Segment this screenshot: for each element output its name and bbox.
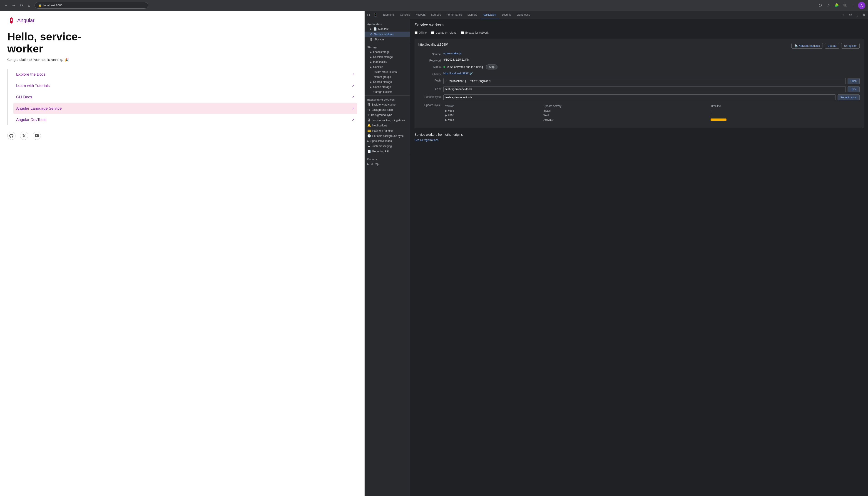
sw-source-label: Source bbox=[418, 52, 443, 56]
tab-lighthouse[interactable]: Lighthouse bbox=[514, 11, 533, 19]
table-row: ▶ #365 Install bbox=[443, 109, 859, 113]
sidebar-item-shared-storage[interactable]: ▶ Shared storage bbox=[365, 79, 410, 84]
reload-button[interactable]: ↻ bbox=[18, 2, 25, 9]
row-expand-1[interactable]: ▶ bbox=[445, 114, 447, 117]
frame-expand-icon: ▶ bbox=[367, 163, 369, 165]
sidebar-item-service-workers[interactable]: ⚙ Service workers bbox=[365, 32, 410, 37]
sidebar-item-push-messaging[interactable]: ☁ Push messaging bbox=[365, 143, 410, 149]
tab-sources[interactable]: Sources bbox=[428, 11, 444, 19]
sync-button[interactable]: Sync bbox=[848, 86, 859, 92]
back-forward-icon: 🗄 bbox=[367, 103, 370, 106]
inspect-icon[interactable]: ⊡ bbox=[366, 12, 372, 18]
tab-performance[interactable]: Performance bbox=[444, 11, 465, 19]
forward-button[interactable]: → bbox=[11, 2, 17, 9]
periodic-sync-button[interactable]: Periodic sync bbox=[838, 94, 859, 100]
sidebar-item-storage-buckets[interactable]: Storage buckets bbox=[365, 90, 410, 94]
sidebar-item-session-storage[interactable]: ▶ Session storage bbox=[365, 55, 410, 60]
offline-checkbox-label[interactable]: Offline bbox=[415, 31, 427, 34]
sidebar-item-notifications[interactable]: 🔔 Notifications bbox=[365, 123, 410, 128]
periodic-sync-input[interactable] bbox=[443, 94, 836, 100]
expand-icon-cookies: ▶ bbox=[370, 66, 372, 68]
sidebar-item-cache-storage[interactable]: ▶ Cache storage bbox=[365, 84, 410, 90]
sw-status-value: #365 activated and is running Stop bbox=[443, 64, 859, 69]
nav-link-explore-docs[interactable]: Explore the Docs ↗ bbox=[13, 69, 357, 80]
tab-network[interactable]: Network bbox=[413, 11, 428, 19]
sw-client-link[interactable]: http://localhost:8080/ 🔗 bbox=[443, 72, 473, 75]
sidebar-item-manifest[interactable]: ▶ 📄 Manifest bbox=[365, 26, 410, 32]
tab-security[interactable]: Security bbox=[499, 11, 514, 19]
bg-fetch-icon: ↑↓ bbox=[367, 108, 370, 111]
network-requests-button[interactable]: 📡 Network requests bbox=[791, 43, 823, 49]
youtube-button[interactable] bbox=[33, 131, 41, 140]
angular-logo: Angular bbox=[7, 16, 34, 25]
expand-icon-manifest: ▶ bbox=[370, 28, 372, 30]
sidebar-item-reporting-api[interactable]: 📄 Reporting API bbox=[365, 149, 410, 154]
sidebar-item-storage[interactable]: 🗄 Storage bbox=[365, 37, 410, 42]
back-button[interactable]: ← bbox=[3, 2, 9, 9]
bypass-network-checkbox[interactable] bbox=[461, 31, 464, 34]
push-input[interactable] bbox=[443, 78, 846, 84]
bypass-network-checkbox-label[interactable]: Bypass for network bbox=[461, 31, 488, 34]
sidebar-item-back-forward[interactable]: 🗄 Back/forward cache bbox=[365, 102, 410, 107]
reporting-icon: 📄 bbox=[367, 150, 371, 153]
nav-link-cli-docs[interactable]: CLI Docs ↗ bbox=[13, 92, 357, 103]
see-all-registrations-link[interactable]: See all registrations bbox=[415, 138, 438, 142]
close-devtools-icon[interactable]: ✕ bbox=[861, 12, 867, 18]
sidebar-item-interest-groups[interactable]: Interest groups bbox=[365, 75, 410, 79]
sidebar-divider-3 bbox=[365, 155, 410, 155]
sidebar-item-payment-handler[interactable]: 💳 Payment handler bbox=[365, 128, 410, 133]
update-on-reload-checkbox-label[interactable]: Update on reload bbox=[431, 31, 456, 34]
tab-application[interactable]: Application bbox=[480, 11, 499, 19]
bookmark-button[interactable]: ☆ bbox=[825, 2, 832, 9]
sw-update-cycle-field: Update Cycle Version Update Activity Tim… bbox=[418, 103, 859, 122]
address-bar[interactable]: 🔒 localhost:8080 bbox=[34, 2, 148, 9]
x-twitter-button[interactable] bbox=[20, 131, 28, 140]
update-on-reload-checkbox[interactable] bbox=[431, 31, 434, 34]
sync-input[interactable] bbox=[443, 86, 846, 92]
nav-link-language-service[interactable]: Angular Language Service ↗ bbox=[13, 103, 357, 114]
nav-link-tutorials[interactable]: Learn with Tutorials ↗ bbox=[13, 80, 357, 91]
more-button[interactable]: ⋮ bbox=[850, 2, 856, 9]
table-row: ▶ #365 Activate bbox=[443, 118, 859, 122]
nav-link-devtools[interactable]: Angular DevTools ↗ bbox=[13, 114, 357, 125]
sidebar-item-bounce-tracking[interactable]: 🗄 Bounce tracking mitigations bbox=[365, 118, 410, 123]
more-options-icon[interactable]: ⋮ bbox=[854, 12, 860, 18]
tab-console[interactable]: Console bbox=[397, 11, 413, 19]
external-link-icon-2: ↗ bbox=[352, 95, 354, 99]
stop-button[interactable]: Stop bbox=[486, 64, 498, 69]
payment-icon: 💳 bbox=[367, 129, 371, 132]
extension-button[interactable]: 🧩 bbox=[834, 2, 840, 9]
sidebar-item-bg-fetch[interactable]: ↑↓ Background fetch bbox=[365, 107, 410, 112]
chevron-more-icon[interactable]: » bbox=[840, 12, 847, 18]
sw-worker-url: http://localhost:8080/ bbox=[418, 43, 448, 46]
home-button[interactable]: ⌂ bbox=[26, 2, 32, 9]
profile-button[interactable]: A bbox=[858, 2, 865, 9]
sidebar-item-private-state[interactable]: Private state tokens bbox=[365, 69, 410, 75]
sidebar-item-indexeddb[interactable]: ▶ IndexedDB bbox=[365, 60, 410, 64]
sw-source-link[interactable]: ngsw-worker.js bbox=[443, 52, 461, 55]
sidebar-item-periodic-bg-sync[interactable]: 🕐 Periodic background sync bbox=[365, 133, 410, 138]
row-expand-0[interactable]: ▶ bbox=[445, 109, 447, 112]
sidebar-item-bg-sync[interactable]: ↻ Background sync bbox=[365, 112, 410, 118]
url-text: localhost:8080 bbox=[43, 4, 62, 7]
mobile-icon[interactable]: 📱 bbox=[372, 12, 379, 18]
row-expand-2[interactable]: ▶ bbox=[445, 118, 447, 122]
settings-icon[interactable]: ⚙ bbox=[847, 12, 853, 18]
sidebar-item-top-frame[interactable]: ▶ 🖥 top bbox=[365, 161, 410, 167]
offline-checkbox[interactable] bbox=[415, 31, 417, 34]
sw-other-origins: Service workers from other origins See a… bbox=[415, 133, 864, 142]
cast-button[interactable]: ⬡ bbox=[817, 2, 823, 9]
update-button[interactable]: Update bbox=[825, 43, 839, 49]
sidebar-item-cookies[interactable]: ▶ Cookies bbox=[365, 64, 410, 69]
sidebar-item-local-storage[interactable]: ▶ Local storage bbox=[365, 49, 410, 55]
github-button[interactable] bbox=[7, 131, 15, 140]
push-button[interactable]: Push bbox=[848, 78, 859, 84]
angular-logo-text: Angular bbox=[17, 17, 34, 24]
unregister-button[interactable]: Unregister bbox=[841, 43, 859, 49]
tab-elements[interactable]: Elements bbox=[381, 11, 397, 19]
sidebar-item-speculative-loads[interactable]: ▶ Speculative loads bbox=[365, 138, 410, 143]
extensions-button[interactable]: 🔌 bbox=[842, 2, 848, 9]
service-worker-icon: ⚙ bbox=[370, 32, 373, 36]
tab-memory[interactable]: Memory bbox=[465, 11, 480, 19]
expand-icon-indexed: ▶ bbox=[370, 61, 372, 63]
